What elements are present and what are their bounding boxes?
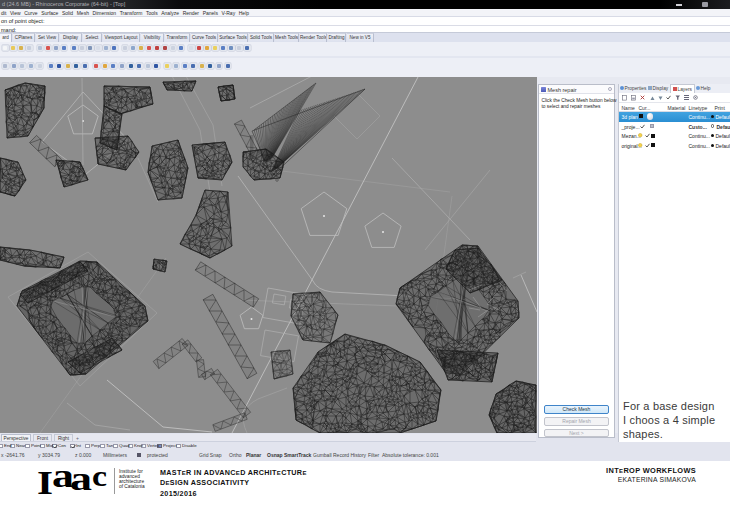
svg-text:c: c (92, 465, 107, 492)
svg-text:I: I (37, 465, 53, 501)
svg-text:a: a (70, 465, 92, 497)
